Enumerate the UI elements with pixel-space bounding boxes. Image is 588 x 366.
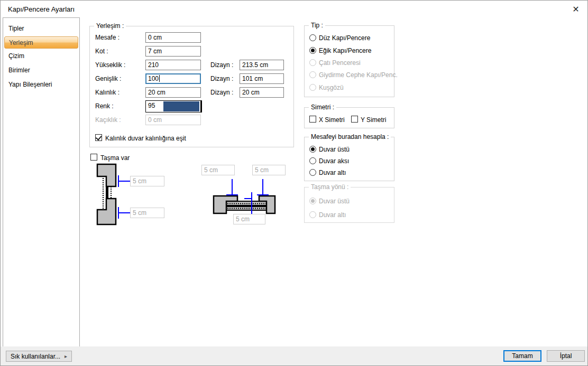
mesafe-hesapla-group-title: Mesafeyi buradan hesapla : — [309, 133, 391, 140]
renk-color-swatch — [163, 101, 199, 111]
equal-thickness-checkbox[interactable] — [95, 134, 102, 141]
close-icon[interactable]: ✕ — [569, 3, 583, 16]
radio-tasma-duvar-alti-label: Duvar altı — [319, 211, 346, 219]
radio-tasma-duvar-ustu-label: Duvar üstü — [319, 198, 350, 205]
renk-label: Renk : — [95, 102, 114, 110]
x-simetri-label: X Simetri — [319, 116, 345, 124]
yukseklik-input[interactable] — [145, 60, 201, 70]
yukseklik-dizayn-input[interactable] — [240, 60, 284, 70]
dialog-title: Kapı/Pencere Ayarları — [8, 5, 75, 13]
text-caret — [159, 75, 160, 82]
renk-value: 95 — [146, 101, 163, 112]
equal-thickness-label: Kalınlık duvar kalınlığına eşit — [105, 135, 186, 142]
radio-duz-kapi-pencere[interactable] — [309, 34, 316, 41]
wall-plan-diagram — [209, 177, 297, 217]
sidebar-item-cizim[interactable]: Çizim — [3, 49, 79, 63]
footer-bar: Sık kullanılanlar... ▸ Tamam İptal — [1, 346, 587, 365]
overhang-left-bottom-input — [130, 208, 164, 218]
y-simetri-checkbox[interactable] — [351, 116, 358, 123]
mesafe-hesapla-group: Mesafeyi buradan hesapla : Duvar üstü Du… — [304, 137, 394, 181]
yukseklik-dizayn-label: Dizayn : — [210, 61, 233, 69]
tasma-yonu-group-title: Taşma yönü : — [309, 183, 351, 191]
yukseklik-label: Yükseklik : — [95, 61, 125, 69]
genislik-dizayn-input[interactable] — [240, 73, 284, 84]
simetri-group: Simetri : X Simetri Y Simetri — [304, 107, 394, 128]
door-window-settings-dialog: Kapı/Pencere Ayarları ✕ Tipler Yerleşim … — [0, 0, 588, 366]
sidebar-item-yapi-bilesenleri[interactable]: Yapı Bileşenleri — [3, 78, 79, 92]
y-simetri-label: Y Simetri — [361, 116, 386, 124]
favorites-arrow-icon: ▸ — [65, 354, 67, 359]
radio-duz-kapi-pencere-label: Düz Kapı/Pencere — [319, 34, 370, 42]
genislik-label: Genişlik : — [95, 75, 121, 82]
cancel-button[interactable]: İptal — [547, 350, 585, 362]
sidebar: Tipler Yerleşim Çizim Birimler Yapı Bile… — [3, 17, 80, 347]
overhang-left-top-input — [130, 176, 164, 186]
radio-tasma-duvar-ustu — [309, 198, 316, 204]
radio-giydirme-cephe-label: Giydirme Cephe Kapı/Penc. — [319, 71, 398, 79]
radio-duvar-aksi[interactable] — [309, 157, 316, 164]
yerlesim-group: Yerleşim : Mesafe : Kot : Yükseklik : Di… — [89, 26, 294, 147]
radio-egik-kapi-pencere-label: Eğik Kapı/Pencere — [319, 47, 371, 54]
tasma-var-label: Taşma var — [100, 154, 130, 162]
kalinlik-input[interactable] — [145, 87, 201, 98]
radio-giydirme-cephe — [309, 71, 316, 78]
radio-kusgozu — [309, 84, 316, 91]
x-simetri-checkbox[interactable] — [309, 116, 316, 123]
simetri-group-title: Simetri : — [309, 104, 336, 111]
radio-kusgozu-label: Kuşgözü — [319, 84, 344, 91]
genislik-dizayn-label: Dizayn : — [210, 75, 233, 82]
genislik-input[interactable] — [145, 73, 201, 84]
radio-duvar-ustu[interactable] — [309, 146, 316, 153]
overhang-right-top-left-input — [201, 165, 235, 175]
kaciklik-label: Kaçıklık : — [95, 116, 121, 124]
radio-cati-penceresi — [309, 59, 316, 66]
favorites-button[interactable]: Sık kullanılanlar... ▸ — [6, 351, 72, 362]
radio-tasma-duvar-alti — [309, 211, 316, 218]
overhang-right-top-right-input — [252, 165, 286, 175]
wall-section-diagram — [95, 162, 169, 230]
yerlesim-group-title: Yerleşim : — [94, 22, 126, 30]
kaciklik-input — [145, 115, 201, 125]
radio-egik-kapi-pencere[interactable] — [309, 47, 316, 54]
mesafe-label: Mesafe : — [95, 34, 120, 41]
overhang-right-bottom-input — [233, 214, 265, 224]
kalinlik-dizayn-label: Dizayn : — [210, 89, 233, 96]
radio-duvar-alti[interactable] — [309, 169, 316, 176]
tasma-var-checkbox[interactable] — [90, 154, 97, 161]
radio-duvar-aksi-label: Duvar aksı — [319, 157, 349, 165]
kalinlik-dizayn-input[interactable] — [240, 87, 284, 98]
sidebar-item-yerlesim[interactable]: Yerleşim — [4, 36, 78, 49]
kalinlik-label: Kalınlık : — [95, 89, 120, 96]
sidebar-item-tipler[interactable]: Tipler — [3, 22, 79, 36]
tip-group: Tip : Düz Kapı/Pencere Eğik Kapı/Pencere… — [304, 25, 394, 97]
radio-cati-penceresi-label: Çatı Penceresi — [319, 59, 361, 67]
renk-color-control[interactable]: 95 — [145, 100, 202, 112]
radio-duvar-ustu-label: Duvar üstü — [319, 146, 350, 153]
radio-duvar-alti-label: Duvar altı — [319, 169, 346, 176]
kot-label: Kot : — [95, 48, 108, 55]
sidebar-item-birimler[interactable]: Birimler — [3, 63, 79, 78]
ok-button[interactable]: Tamam — [503, 350, 541, 362]
kot-input[interactable] — [145, 46, 201, 57]
tip-group-title: Tip : — [309, 22, 325, 29]
mesafe-input[interactable] — [145, 32, 201, 43]
tasma-yonu-group: Taşma yönü : Duvar üstü Duvar altı — [304, 187, 394, 223]
favorites-button-label: Sık kullanılanlar... — [11, 353, 60, 360]
